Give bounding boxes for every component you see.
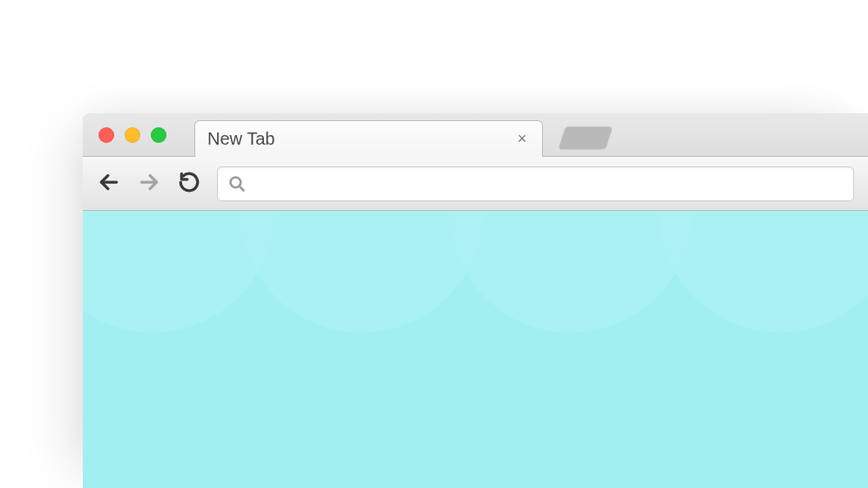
tab-close-button[interactable]: × xyxy=(514,131,530,146)
search-icon xyxy=(228,175,246,193)
browser-window: New Tab × xyxy=(83,113,868,488)
background-decoration xyxy=(449,211,693,333)
background-decoration xyxy=(658,211,868,333)
reload-icon xyxy=(178,171,200,197)
svg-line-3 xyxy=(240,186,244,190)
address-bar[interactable] xyxy=(217,166,854,201)
close-icon: × xyxy=(518,130,527,148)
arrow-left-icon xyxy=(98,171,120,197)
arrow-right-icon xyxy=(138,171,160,197)
tab-active[interactable]: New Tab × xyxy=(194,120,543,157)
forward-button[interactable] xyxy=(137,172,161,196)
background-decoration xyxy=(240,211,484,333)
toolbar xyxy=(83,157,868,211)
new-tab-button[interactable] xyxy=(559,126,613,149)
address-input[interactable] xyxy=(254,174,843,193)
window-minimize-button[interactable] xyxy=(125,127,140,143)
tab-strip: New Tab × xyxy=(83,113,868,157)
window-maximize-button[interactable] xyxy=(151,127,166,143)
reload-button[interactable] xyxy=(177,172,201,196)
traffic-lights xyxy=(98,127,166,143)
tab-title: New Tab xyxy=(207,129,514,149)
back-button[interactable] xyxy=(97,172,121,196)
window-close-button[interactable] xyxy=(98,127,114,143)
page-viewport xyxy=(83,211,868,488)
